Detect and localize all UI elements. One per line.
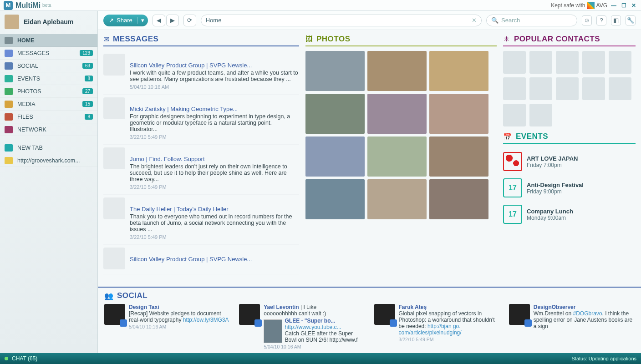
refresh-button[interactable]: ⟳ <box>183 15 196 26</box>
forward-button[interactable]: ▶ <box>166 15 179 26</box>
back-button[interactable]: ◀ <box>153 15 165 26</box>
nav-badge: 27 <box>82 88 93 94</box>
event-name: Anti-Design Festival <box>527 182 584 188</box>
photo-thumb[interactable] <box>305 136 365 177</box>
ic-evt-icon <box>5 75 13 82</box>
network-badge-icon <box>120 319 127 327</box>
notifications-button[interactable]: ◧ <box>611 15 621 25</box>
social-item[interactable]: Yael Levontin | I Likeoooooohhhhh can't … <box>239 304 365 349</box>
profile-name: Eidan Aplebaum <box>24 18 73 25</box>
chat-label: CHAT (65) <box>12 355 37 362</box>
photo-thumb[interactable] <box>429 179 488 219</box>
photo-thumb[interactable] <box>429 51 488 91</box>
address-bar[interactable]: Home ✕ <box>201 15 482 26</box>
message-item[interactable]: Silicon Valley Product Group | SVPG News… <box>103 51 299 95</box>
minimize-button[interactable]: — <box>610 2 617 9</box>
search-icon: 🔍 <box>491 17 499 24</box>
photo-thumb[interactable] <box>367 94 427 134</box>
social-name: DesignObserver <box>534 304 576 310</box>
nav-item-network[interactable]: NETWORK <box>0 123 97 136</box>
photo-thumb[interactable] <box>305 51 365 91</box>
nav-item-media[interactable]: MEDIA15 <box>0 98 97 111</box>
beta-label: beta <box>42 3 51 8</box>
social-item[interactable]: Design Taxi[Recap] Website pledges to do… <box>104 304 230 349</box>
network-badge-icon <box>254 319 262 327</box>
profile-block[interactable]: Eidan Aplebaum <box>0 11 97 33</box>
settings-button[interactable]: 🔧 <box>626 15 636 25</box>
share-dropdown-icon[interactable]: ▾ <box>137 17 144 24</box>
nav-extra-item[interactable]: NEW TAB <box>0 142 97 154</box>
message-item[interactable]: Micki Zaritsky | Making Geometric Type..… <box>103 95 299 145</box>
nav-item-files[interactable]: FILES8 <box>0 111 97 123</box>
event-time: Friday 7:00pm <box>527 162 578 168</box>
social-avatar <box>374 304 395 325</box>
photo-thumb[interactable] <box>367 51 427 91</box>
contact-thumb[interactable] <box>556 77 579 100</box>
contact-thumb[interactable] <box>503 104 526 126</box>
close-button[interactable]: ✕ <box>630 2 637 9</box>
contact-thumb[interactable] <box>503 51 526 74</box>
event-item[interactable]: 17Company LunchMonday 9:00am <box>503 201 636 228</box>
nav-badge: 15 <box>82 101 93 107</box>
help-button[interactable]: ? <box>596 15 606 25</box>
nav-item-photos[interactable]: PHOTOS27 <box>0 85 97 98</box>
video-thumb[interactable] <box>264 319 282 343</box>
contact-thumb[interactable] <box>503 77 526 100</box>
events-header: 📅 EVENTS <box>503 132 636 144</box>
kept-safe-label: Kept safe with <box>551 2 585 9</box>
maximize-button[interactable]: ☐ <box>620 2 627 9</box>
photo-thumb[interactable] <box>429 136 488 177</box>
contact-thumb[interactable] <box>582 51 605 74</box>
contact-thumb[interactable] <box>582 77 605 100</box>
event-item[interactable]: 17Anti-Design FestivalFriday 9:00pm <box>503 175 636 201</box>
search-placeholder: Search <box>501 17 520 24</box>
status-dot-icon <box>5 357 8 360</box>
social-link[interactable]: http://ow.ly/3MG3A <box>183 317 229 323</box>
social-extra: | I Like <box>300 304 316 310</box>
ic-add-icon <box>5 144 13 152</box>
nav-item-social[interactable]: SOCIAL63 <box>0 60 97 72</box>
share-button[interactable]: ↗ Share ▾ <box>103 15 148 26</box>
event-icon <box>503 152 522 171</box>
message-item[interactable]: The Daily Heller | Today's Daily HellerT… <box>103 195 299 245</box>
message-item[interactable]: Silicon Valley Product Group | SVPG News… <box>103 245 299 274</box>
photo-thumb[interactable] <box>305 94 365 134</box>
contact-thumb[interactable] <box>556 51 579 74</box>
photo-thumb[interactable] <box>429 94 488 134</box>
calendar-icon: 📅 <box>503 132 512 141</box>
social-name: Faruk Ateş <box>399 304 427 310</box>
ic-lnk-icon <box>5 157 13 164</box>
social-item[interactable]: Faruk AteşGlobal pixel snapping of vecto… <box>374 304 500 349</box>
nav-item-home[interactable]: HOME <box>0 34 97 47</box>
contact-thumb[interactable] <box>529 77 552 100</box>
contact-thumb[interactable] <box>529 104 552 126</box>
message-title: Silicon Valley Product Group | SVPG News… <box>130 62 299 69</box>
nav-list: HOMEMESSAGES123SOCIAL63EVENTS8PHOTOS27ME… <box>0 33 97 136</box>
nav-extra-item[interactable]: http://grooveshark.com... <box>0 154 97 167</box>
photo-thumb[interactable] <box>367 136 427 177</box>
glee-link[interactable]: http://www.you.tube.c... <box>285 324 341 330</box>
sidebar: Eidan Aplebaum HOMEMESSAGES123SOCIAL63EV… <box>0 11 98 353</box>
search-input[interactable]: 🔍 Search <box>486 15 577 26</box>
contact-thumb[interactable] <box>609 51 631 74</box>
social-link[interactable]: #DOGbravo <box>573 310 602 317</box>
event-item[interactable]: ART LOVE JAPANFriday 7:00pm <box>503 148 636 175</box>
photo-thumb[interactable] <box>367 179 427 219</box>
nav-item-events[interactable]: EVENTS8 <box>0 72 97 85</box>
contact-thumb[interactable] <box>609 77 631 100</box>
chat-bar[interactable]: CHAT (65) Status: Updating applications <box>0 353 641 364</box>
message-time: 3/22/10 5:49 PM <box>130 134 299 140</box>
message-item[interactable]: Jumo | Find. Follow. SupportThe brightes… <box>103 145 299 195</box>
photo-thumb[interactable] <box>305 179 365 219</box>
event-icon: 17 <box>503 205 522 224</box>
ic-med-icon <box>5 101 13 108</box>
contact-thumb[interactable] <box>529 51 552 74</box>
social-item[interactable]: DesignObserverWm.Drenttel on #DOGbravo. … <box>509 304 635 349</box>
nav-item-messages[interactable]: MESSAGES123 <box>0 47 97 60</box>
clear-address-icon[interactable]: ✕ <box>472 17 477 24</box>
photos-header: 🖼 PHOTOS <box>305 35 497 46</box>
emoji-button[interactable]: ☺ <box>582 15 592 25</box>
social-body: Wm.Drenttel on <box>534 310 571 317</box>
social-time: 3/22/10 5:49 PM <box>399 337 500 342</box>
social-avatar <box>104 304 125 325</box>
